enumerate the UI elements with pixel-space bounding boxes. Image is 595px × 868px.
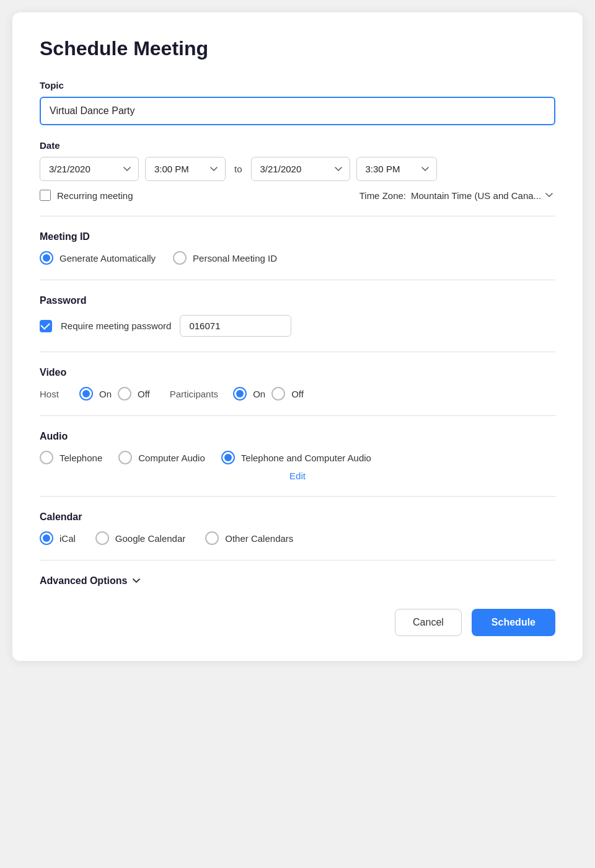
chevron-down-icon bbox=[132, 577, 141, 585]
buttons-row: Cancel Schedule bbox=[40, 609, 555, 636]
audio-label: Audio bbox=[40, 431, 555, 442]
host-video-on-label: On bbox=[99, 389, 112, 399]
meeting-id-auto-option[interactable]: Generate Automatically bbox=[40, 251, 156, 265]
host-video-off-label: Off bbox=[138, 389, 150, 399]
calendar-section: Calendar iCal Google Calendar Other Cale… bbox=[40, 512, 555, 545]
page-title: Schedule Meeting bbox=[40, 37, 555, 60]
calendar-google-label: Google Calendar bbox=[115, 533, 185, 544]
host-video-off-radio[interactable] bbox=[118, 387, 131, 401]
participants-video-options: Participants On Off bbox=[170, 387, 304, 401]
topic-label: Topic bbox=[40, 80, 555, 91]
end-date-select[interactable]: 3/21/2020 bbox=[251, 157, 350, 181]
cancel-button[interactable]: Cancel bbox=[395, 609, 462, 636]
host-video-on-option[interactable]: On bbox=[79, 387, 112, 401]
date-row: 3/21/2020 3:00 PM to 3/21/2020 3:30 PM bbox=[40, 157, 555, 181]
calendar-ical-option[interactable]: iCal bbox=[40, 531, 76, 545]
date-section: Date 3/21/2020 3:00 PM to 3/21/2020 3:30… bbox=[40, 140, 555, 201]
audio-telephone-radio[interactable] bbox=[40, 451, 53, 464]
meeting-id-section: Meeting ID Generate Automatically Person… bbox=[40, 231, 555, 265]
password-label: Password bbox=[40, 295, 555, 306]
participants-video-off-label: Off bbox=[291, 389, 304, 399]
calendar-ical-radio[interactable] bbox=[40, 531, 53, 545]
calendar-other-option[interactable]: Other Calendars bbox=[205, 531, 293, 545]
topic-input[interactable] bbox=[40, 97, 555, 125]
advanced-options-row[interactable]: Advanced Options bbox=[40, 575, 555, 587]
participants-video-on-label: On bbox=[253, 389, 265, 399]
recurring-label: Recurring meeting bbox=[57, 190, 133, 201]
password-section: Password Require meeting password bbox=[40, 295, 555, 337]
participants-video-on-option[interactable]: On bbox=[233, 387, 265, 401]
divider-2 bbox=[40, 280, 555, 280]
participants-video-off-radio[interactable] bbox=[271, 387, 285, 401]
require-password-checkbox[interactable] bbox=[40, 320, 52, 332]
schedule-meeting-card: Schedule Meeting Topic Date 3/21/2020 3:… bbox=[12, 12, 583, 661]
start-date-select[interactable]: 3/21/2020 bbox=[40, 157, 139, 181]
host-video-off-option[interactable]: Off bbox=[118, 387, 150, 401]
recurring-timezone-row: Recurring meeting Time Zone: Mountain Ti… bbox=[40, 190, 555, 201]
divider-5 bbox=[40, 496, 555, 497]
divider-6 bbox=[40, 560, 555, 560]
calendar-row: iCal Google Calendar Other Calendars bbox=[40, 531, 555, 545]
divider-1 bbox=[40, 216, 555, 216]
host-label: Host bbox=[40, 389, 71, 399]
host-video-options: On Off bbox=[79, 387, 150, 401]
end-time-select[interactable]: 3:30 PM bbox=[356, 157, 437, 181]
participants-video-on-radio[interactable] bbox=[233, 387, 247, 401]
meeting-id-auto-label: Generate Automatically bbox=[60, 253, 156, 264]
audio-both-label: Telephone and Computer Audio bbox=[241, 453, 371, 463]
calendar-ical-label: iCal bbox=[60, 533, 76, 544]
participants-video-off-option[interactable]: Off bbox=[271, 387, 304, 401]
start-time-select[interactable]: 3:00 PM bbox=[145, 157, 226, 181]
host-video-on-radio[interactable] bbox=[79, 387, 93, 401]
timezone-row: Time Zone: Mountain Time (US and Cana... bbox=[359, 190, 555, 201]
date-label: Date bbox=[40, 140, 555, 151]
calendar-other-label: Other Calendars bbox=[225, 533, 293, 544]
require-password-label: Require meeting password bbox=[61, 321, 171, 331]
schedule-button[interactable]: Schedule bbox=[472, 609, 555, 636]
calendar-google-radio[interactable] bbox=[95, 531, 109, 545]
audio-telephone-label: Telephone bbox=[60, 453, 102, 463]
calendar-other-radio[interactable] bbox=[205, 531, 219, 545]
recurring-checkbox-row: Recurring meeting bbox=[40, 190, 133, 201]
audio-telephone-option[interactable]: Telephone bbox=[40, 451, 102, 464]
audio-edit-link[interactable]: Edit bbox=[40, 471, 555, 481]
video-section: Video Host On Off Participants On bbox=[40, 367, 555, 401]
audio-options-row: Telephone Computer Audio Telephone and C… bbox=[40, 451, 555, 464]
calendar-google-option[interactable]: Google Calendar bbox=[95, 531, 185, 545]
video-label: Video bbox=[40, 367, 555, 378]
password-row: Require meeting password bbox=[40, 315, 555, 337]
audio-both-option[interactable]: Telephone and Computer Audio bbox=[221, 451, 371, 464]
advanced-options-label: Advanced Options bbox=[40, 575, 127, 587]
timezone-select[interactable]: Mountain Time (US and Cana... bbox=[411, 190, 555, 201]
meeting-id-personal-label: Personal Meeting ID bbox=[193, 253, 277, 264]
password-input[interactable] bbox=[180, 315, 291, 337]
audio-section: Audio Telephone Computer Audio Telephone… bbox=[40, 431, 555, 481]
divider-3 bbox=[40, 352, 555, 352]
divider-4 bbox=[40, 415, 555, 416]
audio-computer-option[interactable]: Computer Audio bbox=[118, 451, 205, 464]
meeting-id-label: Meeting ID bbox=[40, 231, 555, 242]
meeting-id-auto-radio[interactable] bbox=[40, 251, 53, 265]
audio-computer-label: Computer Audio bbox=[138, 453, 205, 463]
meeting-id-personal-option[interactable]: Personal Meeting ID bbox=[173, 251, 277, 265]
video-row: Host On Off Participants On bbox=[40, 387, 555, 401]
audio-computer-radio[interactable] bbox=[118, 451, 132, 464]
meeting-id-personal-radio[interactable] bbox=[173, 251, 187, 265]
calendar-label: Calendar bbox=[40, 512, 555, 523]
participants-label: Participants bbox=[170, 389, 218, 399]
meeting-id-radio-row: Generate Automatically Personal Meeting … bbox=[40, 251, 555, 265]
recurring-checkbox[interactable] bbox=[40, 190, 51, 201]
to-label: to bbox=[232, 164, 245, 174]
audio-both-radio[interactable] bbox=[221, 451, 235, 464]
timezone-label: Time Zone: bbox=[359, 190, 406, 201]
